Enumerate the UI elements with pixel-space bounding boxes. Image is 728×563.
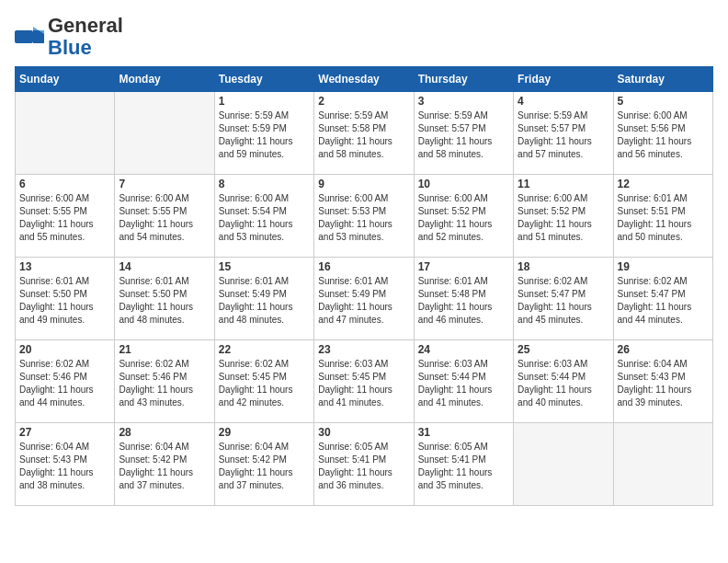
day-cell: 19Sunrise: 6:02 AM Sunset: 5:47 PM Dayli… xyxy=(613,258,712,340)
day-number: 21 xyxy=(119,343,210,356)
day-info: Sunrise: 6:01 AM Sunset: 5:50 PM Dayligh… xyxy=(19,275,110,327)
day-info: Sunrise: 6:01 AM Sunset: 5:50 PM Dayligh… xyxy=(119,275,210,327)
day-number: 6 xyxy=(19,178,110,190)
day-cell: 17Sunrise: 6:01 AM Sunset: 5:48 PM Dayli… xyxy=(414,258,513,340)
day-info: Sunrise: 6:01 AM Sunset: 5:51 PM Dayligh… xyxy=(618,192,709,244)
day-cell: 4Sunrise: 5:59 AM Sunset: 5:57 PM Daylig… xyxy=(514,92,613,175)
day-cell: 6Sunrise: 6:00 AM Sunset: 5:55 PM Daylig… xyxy=(16,175,115,258)
day-number: 15 xyxy=(219,260,310,273)
day-info: Sunrise: 6:02 AM Sunset: 5:47 PM Dayligh… xyxy=(518,275,609,327)
day-cell: 21Sunrise: 6:02 AM Sunset: 5:46 PM Dayli… xyxy=(115,340,214,423)
week-row-3: 13Sunrise: 6:01 AM Sunset: 5:50 PM Dayli… xyxy=(16,258,713,340)
day-number: 9 xyxy=(318,178,409,190)
day-info: Sunrise: 6:03 AM Sunset: 5:44 PM Dayligh… xyxy=(518,358,609,409)
day-cell xyxy=(514,423,613,506)
weekday-monday: Monday xyxy=(115,67,214,92)
day-info: Sunrise: 6:01 AM Sunset: 5:49 PM Dayligh… xyxy=(219,275,310,327)
day-number: 28 xyxy=(119,426,210,439)
day-cell xyxy=(16,92,115,175)
day-number: 11 xyxy=(518,178,609,190)
day-cell: 25Sunrise: 6:03 AM Sunset: 5:44 PM Dayli… xyxy=(514,340,613,423)
day-info: Sunrise: 6:04 AM Sunset: 5:43 PM Dayligh… xyxy=(19,441,110,492)
day-number: 31 xyxy=(418,426,509,439)
day-info: Sunrise: 6:05 AM Sunset: 5:41 PM Dayligh… xyxy=(318,441,409,492)
day-info: Sunrise: 5:59 AM Sunset: 5:57 PM Dayligh… xyxy=(518,109,609,161)
weekday-thursday: Thursday xyxy=(414,67,513,92)
day-info: Sunrise: 6:03 AM Sunset: 5:44 PM Dayligh… xyxy=(418,358,509,409)
day-cell xyxy=(115,92,214,175)
page-header: GeneralBlue xyxy=(15,15,713,59)
day-number: 23 xyxy=(318,343,409,356)
day-cell: 14Sunrise: 6:01 AM Sunset: 5:50 PM Dayli… xyxy=(115,258,214,340)
day-info: Sunrise: 6:05 AM Sunset: 5:41 PM Dayligh… xyxy=(418,441,509,492)
day-info: Sunrise: 6:04 AM Sunset: 5:42 PM Dayligh… xyxy=(119,441,210,492)
day-info: Sunrise: 6:02 AM Sunset: 5:45 PM Dayligh… xyxy=(219,358,310,409)
day-info: Sunrise: 6:03 AM Sunset: 5:45 PM Dayligh… xyxy=(318,358,409,409)
day-info: Sunrise: 6:04 AM Sunset: 5:42 PM Dayligh… xyxy=(219,441,310,492)
day-cell: 12Sunrise: 6:01 AM Sunset: 5:51 PM Dayli… xyxy=(613,175,712,258)
day-cell: 29Sunrise: 6:04 AM Sunset: 5:42 PM Dayli… xyxy=(214,423,313,506)
calendar-table: SundayMondayTuesdayWednesdayThursdayFrid… xyxy=(15,66,713,506)
day-cell: 2Sunrise: 5:59 AM Sunset: 5:58 PM Daylig… xyxy=(314,92,414,175)
day-number: 5 xyxy=(618,95,709,108)
day-cell: 30Sunrise: 6:05 AM Sunset: 5:41 PM Dayli… xyxy=(314,423,414,506)
day-info: Sunrise: 6:00 AM Sunset: 5:52 PM Dayligh… xyxy=(418,192,509,244)
day-info: Sunrise: 5:59 AM Sunset: 5:59 PM Dayligh… xyxy=(219,109,310,161)
day-info: Sunrise: 6:01 AM Sunset: 5:49 PM Dayligh… xyxy=(318,275,409,327)
svg-rect-0 xyxy=(15,30,33,43)
day-number: 14 xyxy=(119,260,210,273)
day-number: 1 xyxy=(219,95,310,108)
logo-text: GeneralBlue xyxy=(48,15,123,59)
day-number: 13 xyxy=(19,260,110,273)
day-cell: 3Sunrise: 5:59 AM Sunset: 5:57 PM Daylig… xyxy=(414,92,513,175)
day-info: Sunrise: 6:00 AM Sunset: 5:53 PM Dayligh… xyxy=(318,192,409,244)
day-cell: 8Sunrise: 6:00 AM Sunset: 5:54 PM Daylig… xyxy=(214,175,313,258)
day-cell: 9Sunrise: 6:00 AM Sunset: 5:53 PM Daylig… xyxy=(314,175,414,258)
week-row-5: 27Sunrise: 6:04 AM Sunset: 5:43 PM Dayli… xyxy=(16,423,713,506)
day-number: 3 xyxy=(418,95,509,108)
day-info: Sunrise: 6:00 AM Sunset: 5:56 PM Dayligh… xyxy=(618,109,709,161)
day-number: 16 xyxy=(318,260,409,273)
day-cell: 10Sunrise: 6:00 AM Sunset: 5:52 PM Dayli… xyxy=(414,175,513,258)
day-info: Sunrise: 6:00 AM Sunset: 5:55 PM Dayligh… xyxy=(19,192,110,244)
day-info: Sunrise: 5:59 AM Sunset: 5:57 PM Dayligh… xyxy=(418,109,509,161)
day-cell: 27Sunrise: 6:04 AM Sunset: 5:43 PM Dayli… xyxy=(16,423,115,506)
day-info: Sunrise: 6:00 AM Sunset: 5:55 PM Dayligh… xyxy=(119,192,210,244)
day-number: 8 xyxy=(219,178,310,190)
weekday-sunday: Sunday xyxy=(16,67,115,92)
day-number: 2 xyxy=(318,95,409,108)
day-info: Sunrise: 6:00 AM Sunset: 5:54 PM Dayligh… xyxy=(219,192,310,244)
day-number: 19 xyxy=(618,260,709,273)
day-cell xyxy=(613,423,712,506)
day-cell: 18Sunrise: 6:02 AM Sunset: 5:47 PM Dayli… xyxy=(514,258,613,340)
day-cell: 26Sunrise: 6:04 AM Sunset: 5:43 PM Dayli… xyxy=(613,340,712,423)
week-row-2: 6Sunrise: 6:00 AM Sunset: 5:55 PM Daylig… xyxy=(16,175,713,258)
day-cell: 24Sunrise: 6:03 AM Sunset: 5:44 PM Dayli… xyxy=(414,340,513,423)
day-cell: 5Sunrise: 6:00 AM Sunset: 5:56 PM Daylig… xyxy=(613,92,712,175)
day-number: 22 xyxy=(219,343,310,356)
day-number: 18 xyxy=(518,260,609,273)
day-number: 26 xyxy=(618,343,709,356)
day-cell: 11Sunrise: 6:00 AM Sunset: 5:52 PM Dayli… xyxy=(514,175,613,258)
day-cell: 28Sunrise: 6:04 AM Sunset: 5:42 PM Dayli… xyxy=(115,423,214,506)
day-cell: 7Sunrise: 6:00 AM Sunset: 5:55 PM Daylig… xyxy=(115,175,214,258)
day-info: Sunrise: 6:04 AM Sunset: 5:43 PM Dayligh… xyxy=(618,358,709,409)
day-number: 24 xyxy=(418,343,509,356)
day-info: Sunrise: 5:59 AM Sunset: 5:58 PM Dayligh… xyxy=(318,109,409,161)
day-cell: 20Sunrise: 6:02 AM Sunset: 5:46 PM Dayli… xyxy=(16,340,115,423)
weekday-friday: Friday xyxy=(514,67,613,92)
day-cell: 15Sunrise: 6:01 AM Sunset: 5:49 PM Dayli… xyxy=(214,258,313,340)
week-row-1: 1Sunrise: 5:59 AM Sunset: 5:59 PM Daylig… xyxy=(16,92,713,175)
day-cell: 1Sunrise: 5:59 AM Sunset: 5:59 PM Daylig… xyxy=(214,92,313,175)
day-number: 27 xyxy=(19,426,110,439)
day-cell: 22Sunrise: 6:02 AM Sunset: 5:45 PM Dayli… xyxy=(214,340,313,423)
day-info: Sunrise: 6:02 AM Sunset: 5:46 PM Dayligh… xyxy=(119,358,210,409)
day-cell: 13Sunrise: 6:01 AM Sunset: 5:50 PM Dayli… xyxy=(16,258,115,340)
day-cell: 23Sunrise: 6:03 AM Sunset: 5:45 PM Dayli… xyxy=(314,340,414,423)
day-number: 7 xyxy=(119,178,210,190)
weekday-tuesday: Tuesday xyxy=(214,67,313,92)
logo: GeneralBlue xyxy=(15,15,123,59)
day-cell: 16Sunrise: 6:01 AM Sunset: 5:49 PM Dayli… xyxy=(314,258,414,340)
day-number: 29 xyxy=(219,426,310,439)
day-number: 17 xyxy=(418,260,509,273)
